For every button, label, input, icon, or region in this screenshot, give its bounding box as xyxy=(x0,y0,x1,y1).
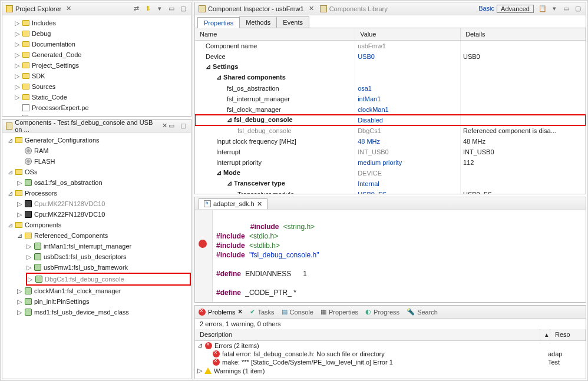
property-value[interactable]: intMan1 xyxy=(355,94,461,104)
tree-item[interactable]: ▷usbDsc1:fsl_usb_descriptors xyxy=(26,251,191,262)
tree-item[interactable]: ▷Sources xyxy=(14,81,191,92)
expand-icon[interactable]: ▷ xyxy=(14,92,20,102)
dropdown-icon[interactable]: ▾ xyxy=(550,5,559,13)
close-icon[interactable]: ✕ xyxy=(237,308,243,316)
collapse-icon[interactable]: ⊿ xyxy=(16,231,22,240)
property-value[interactable]: Internal xyxy=(355,178,461,189)
close-icon[interactable]: ✕ xyxy=(257,200,262,208)
tab-events[interactable]: Events xyxy=(276,16,309,28)
collapse-icon[interactable]: ⊿ xyxy=(7,135,13,145)
expand-icon[interactable]: ▷ xyxy=(14,29,20,38)
expand-icon[interactable]: ▷ xyxy=(14,71,20,81)
tree-item[interactable]: ⊿Processors xyxy=(7,188,191,198)
property-row[interactable]: ⊿ Transceiver typeInternal xyxy=(195,178,586,189)
property-row[interactable]: Component nameusbFmw1 xyxy=(195,41,586,51)
expand-icon[interactable]: ▷ xyxy=(26,252,32,261)
expand-icon[interactable]: ▷ xyxy=(16,210,22,219)
col-resource[interactable]: Reso xyxy=(550,329,586,340)
collapse-all-icon[interactable]: ⇄ xyxy=(132,5,140,13)
property-table[interactable]: Name Value Details Component nameusbFmw1… xyxy=(195,28,586,194)
collapse-icon[interactable]: ⊿ xyxy=(7,220,13,230)
tree-item[interactable]: ⊿OSs xyxy=(7,167,191,177)
tree-item[interactable]: ▷usbFmw1:fsl_usb_framework xyxy=(26,262,191,273)
problem-item[interactable]: fatal error: fsl_debug_console.h: No suc… xyxy=(195,350,586,358)
expand-icon[interactable]: ▷ xyxy=(27,274,33,284)
property-row[interactable]: ⊿ fsl_debug_consoleDisabled xyxy=(195,115,586,125)
property-value[interactable]: INT_USB0 xyxy=(355,147,461,157)
col-sort-icon[interactable]: ▴ xyxy=(540,329,550,340)
tree-item[interactable]: ▷Project_Settings xyxy=(14,60,191,71)
tree-item[interactable]: ▷Static_Code xyxy=(14,92,191,102)
expand-icon[interactable]: ▷ xyxy=(16,286,22,296)
expand-icon[interactable]: ▷ xyxy=(14,18,20,28)
tab-search[interactable]: 🔦Search xyxy=(407,308,438,316)
col-value[interactable]: Value xyxy=(355,28,461,41)
tree-item[interactable]: ▷clockMan1:fsl_clock_manager xyxy=(16,286,191,296)
property-value[interactable]: USB0 xyxy=(355,51,461,62)
tree-item[interactable]: ▷Generated_Code xyxy=(14,49,191,60)
property-row[interactable]: ⊿ Shared components xyxy=(195,72,586,83)
problems-group-errors[interactable]: ⊿Errors (2 items) xyxy=(195,341,586,350)
close-icon[interactable]: ✕ xyxy=(66,5,71,12)
tree-item[interactable]: ▷pin_init:PinSettings xyxy=(16,296,191,307)
expand-icon[interactable]: ▷ xyxy=(26,263,32,272)
project-explorer-tree[interactable]: ▷Includes ▷Debug ▷Documentation ▷Generat… xyxy=(2,15,191,116)
maximize-icon[interactable]: ▢ xyxy=(574,5,582,13)
tree-item[interactable]: ⊿Referenced_Components xyxy=(16,230,191,241)
expand-icon[interactable]: ▷ xyxy=(14,61,20,70)
property-value[interactable] xyxy=(355,62,461,72)
tree-item-debug-console[interactable]: ▷DbgCs1:fsl_debug_console xyxy=(26,273,191,286)
property-value[interactable]: usbFmw1 xyxy=(355,41,461,51)
property-value[interactable]: clockMan1 xyxy=(355,104,461,115)
close-icon[interactable]: ✕ xyxy=(162,122,167,130)
tree-item[interactable]: ▷msd1:fsl_usb_device_msd_class xyxy=(16,307,191,317)
tree-item[interactable]: ProjectInfo.xml xyxy=(14,113,191,116)
view-menu-icon[interactable]: 📋 xyxy=(539,5,547,13)
property-value[interactable]: medium priority xyxy=(355,157,461,168)
col-name[interactable]: Name xyxy=(195,28,355,41)
tree-item[interactable]: FLASH xyxy=(16,156,191,167)
expand-icon[interactable]: ▷ xyxy=(197,367,202,375)
expand-icon[interactable]: ▷ xyxy=(16,178,22,187)
property-value[interactable]: 48 MHz xyxy=(355,136,461,147)
problems-group-warnings[interactable]: ▷Warnings (1 item) xyxy=(195,366,586,375)
property-row[interactable]: Transceiver moduleUSB0_FSUSB0_FS xyxy=(195,189,586,194)
property-row[interactable]: fsl_interrupt_managerintMan1 xyxy=(195,94,586,104)
tree-item[interactable]: ⊿Generator_Configurations xyxy=(7,135,191,145)
col-details[interactable]: Details xyxy=(461,28,586,41)
property-row[interactable]: Input clock frequency [MHz]48 MHz48 MHz xyxy=(195,136,586,147)
tab-console[interactable]: ▤Console xyxy=(282,308,313,316)
problem-item[interactable]: make: *** [Static_Code/System/PE_low_lev… xyxy=(195,358,586,366)
property-value[interactable]: osa1 xyxy=(355,83,461,94)
property-value[interactable] xyxy=(355,72,461,83)
minimize-icon[interactable]: ▭ xyxy=(562,5,570,13)
tab-problems[interactable]: Problems ✕ xyxy=(199,308,243,316)
tab-properties[interactable]: ▦Properties xyxy=(321,308,358,316)
property-value[interactable]: USB0_FS xyxy=(355,189,461,194)
tree-item[interactable]: ▷Debug xyxy=(14,28,191,39)
expand-icon[interactable]: ▷ xyxy=(16,199,22,208)
error-marker-icon[interactable] xyxy=(199,240,207,248)
tab-methods[interactable]: Methods xyxy=(239,16,277,28)
link-editor-icon[interactable]: ⥮ xyxy=(144,5,152,13)
minimize-icon[interactable]: ▭ xyxy=(167,5,176,13)
expand-icon[interactable]: ▷ xyxy=(14,50,20,59)
tab-properties[interactable]: Properties xyxy=(197,17,240,28)
property-row[interactable]: fsl_clock_managerclockMan1 xyxy=(195,104,586,115)
components-library-tab[interactable]: Components Library xyxy=(320,5,388,12)
view-menu-icon[interactable]: ▾ xyxy=(156,5,164,13)
tree-item[interactable]: RAM xyxy=(16,145,191,156)
basic-link[interactable]: Basic xyxy=(478,5,494,13)
tree-item[interactable]: ▷intMan1:fsl_interrupt_manager xyxy=(26,241,191,251)
expand-icon[interactable]: ▷ xyxy=(26,241,32,251)
expand-icon[interactable]: ▷ xyxy=(14,39,20,49)
problems-columns[interactable]: Description ▴ Reso xyxy=(195,329,586,341)
tree-item[interactable]: ▷osa1:fsl_os_abstraction xyxy=(16,177,191,188)
problems-list[interactable]: ⊿Errors (2 items) fatal error: fsl_debug… xyxy=(195,341,586,379)
property-value[interactable]: Disabled xyxy=(355,115,461,125)
components-tree[interactable]: ⊿Generator_Configurations RAM FLASH ⊿OSs… xyxy=(2,132,191,379)
col-description[interactable]: Description xyxy=(195,329,540,340)
property-row[interactable]: ⊿ Settings xyxy=(195,62,586,72)
tab-progress[interactable]: ◐Progress xyxy=(365,308,399,316)
collapse-icon[interactable]: ⊿ xyxy=(197,342,203,349)
